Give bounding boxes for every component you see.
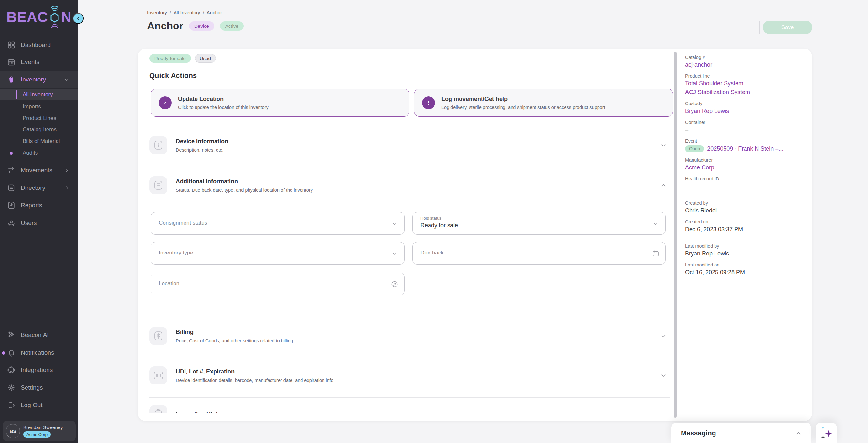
breadcrumb: Inventory/All Inventory/Anchor — [147, 10, 222, 15]
chevron-down-icon — [652, 220, 659, 228]
logo-text-left: BEAC — [6, 9, 48, 25]
detail-modified-on: Last modified on Oct 16, 2025 09:28 PM — [685, 262, 792, 276]
section-inspection-history[interactable]: Inspection History — [149, 405, 670, 413]
sidebar-item-settings[interactable]: Settings — [0, 381, 78, 395]
sidebar-item-inventory[interactable]: Inventory — [0, 71, 78, 88]
detail-created-by: Created by Chris Riedel — [685, 201, 792, 214]
sidebar-item-product-lines[interactable]: Product Lines — [0, 113, 78, 124]
hold-status-badge: Ready for sale — [149, 54, 191, 63]
compass-icon[interactable] — [391, 280, 399, 288]
sidebar-item-directory[interactable]: Directory — [0, 181, 78, 195]
location-input[interactable]: Location — [151, 273, 405, 295]
compass-icon — [159, 96, 172, 109]
detail-manufacturer: Manufacturer Acme Corp — [685, 157, 792, 171]
detail-event: Event Open 20250509 - Frank N Stein –... — [685, 139, 792, 152]
compass-needle-icon — [162, 99, 169, 107]
sidebar-subitem-label: Imports — [23, 104, 41, 110]
consignment-status-select[interactable]: Consignment status — [151, 212, 405, 235]
calendar-icon[interactable] — [652, 249, 659, 257]
dashboard-icon — [7, 41, 16, 49]
sidebar-item-label: Notifications — [21, 349, 54, 356]
sidebar-item-label: Movements — [21, 167, 52, 174]
breadcrumb-anchor[interactable]: Anchor — [207, 10, 222, 15]
sidebar-item-beacon-ai[interactable]: Beacon AI — [0, 328, 78, 342]
chevron-down-icon[interactable] — [660, 372, 667, 379]
detail-created-on: Created on Dec 6, 2023 03:37 PM — [685, 219, 792, 233]
sidebar-item-notifications[interactable]: Notifications — [0, 346, 78, 360]
breadcrumb-inventory[interactable]: Inventory — [147, 10, 167, 15]
sidebar-collapse-button[interactable] — [73, 13, 84, 24]
chevron-down-icon[interactable] — [660, 142, 667, 149]
sidebar-item-reports[interactable]: Reports — [0, 198, 78, 212]
ai-assistant-button[interactable] — [816, 423, 837, 443]
barcode-scan-icon — [153, 370, 164, 381]
event-link[interactable]: 20250509 - Frank N Stein –... — [707, 146, 783, 152]
detail-health-record: Health record ID – — [685, 176, 792, 190]
note-icon — [149, 176, 167, 194]
quick-actions-heading: Quick Actions — [149, 71, 197, 80]
custody-link[interactable]: Bryan Rep Lewis — [685, 108, 792, 115]
inventory-type-select[interactable]: Inventory type — [151, 242, 405, 265]
breadcrumb-all-inventory[interactable]: All Inventory — [174, 10, 200, 15]
puzzle-icon — [7, 366, 16, 374]
sidebar-item-label: Directory — [21, 184, 45, 191]
section-divider — [149, 397, 670, 398]
vertical-scrollbar[interactable] — [674, 52, 677, 418]
users-icon — [7, 219, 16, 227]
messaging-panel[interactable]: Messaging — [671, 423, 811, 443]
action-subtitle: Click to update the location of this inv… — [178, 105, 269, 110]
beacon-logo[interactable]: BEAC N — [6, 6, 71, 28]
update-location-action[interactable]: Update Location Click to update the loca… — [151, 89, 409, 117]
chevron-down-icon — [391, 249, 399, 257]
sidebar-item-dashboard[interactable]: Dashboard — [0, 38, 78, 52]
chevron-down-icon[interactable] — [660, 332, 667, 339]
sidebar-item-log-out[interactable]: Log Out — [0, 398, 78, 412]
product-line-link[interactable]: Total Shoulder System — [685, 80, 792, 87]
sidebar-item-integrations[interactable]: Integrations — [0, 363, 78, 377]
section-additional-information[interactable]: Additional Information Status, Due back … — [149, 176, 670, 194]
catalog-link[interactable]: acj-anchor — [685, 61, 792, 68]
event-open-badge: Open — [685, 145, 704, 152]
logout-icon — [7, 401, 16, 409]
sidebar-item-label: Settings — [21, 384, 43, 391]
chevron-down-icon — [391, 220, 399, 228]
sidebar-item-catalog-items[interactable]: Catalog Items — [0, 124, 78, 135]
due-back-date-input[interactable]: Due back — [412, 242, 666, 265]
barcode-scan-icon — [149, 366, 167, 384]
sidebar-item-events[interactable]: Events — [0, 55, 78, 69]
status-badge: Active — [220, 21, 244, 31]
section-title: Device Information — [176, 138, 228, 145]
sidebar-item-bills-of-material[interactable]: Bills of Material — [0, 136, 78, 147]
section-udi-lot-expiration[interactable]: UDI, Lot #, Expiration Device identifica… — [149, 366, 670, 384]
sidebar-item-label: Events — [21, 59, 39, 66]
sidebar-item-label: Users — [21, 219, 37, 227]
user-profile-card[interactable]: BS Brendan Sweeney Acme Corp — [3, 421, 75, 441]
section-billing[interactable]: Billing Price, Cost of Goods, and other … — [149, 327, 670, 345]
beacon-hexagon-icon — [48, 6, 61, 28]
sidebar-item-all-inventory[interactable]: All Inventory — [0, 89, 78, 100]
save-button[interactable]: Save — [763, 21, 812, 34]
sidebar-item-movements[interactable]: Movements — [0, 163, 78, 178]
product-line-link[interactable]: ACJ Stabilization System — [685, 89, 792, 96]
sidebar-item-users[interactable]: Users — [0, 216, 78, 230]
info-icon — [149, 136, 167, 154]
condition-badge: Used — [195, 54, 216, 63]
section-device-information[interactable]: Device Information Description, notes, e… — [149, 136, 670, 154]
details-divider — [685, 195, 791, 195]
manufacturer-link[interactable]: Acme Corp — [685, 164, 792, 171]
info-icon — [153, 140, 164, 151]
details-divider — [685, 238, 791, 238]
action-title: Update Location — [178, 96, 269, 102]
type-badge: Device — [189, 21, 214, 31]
chevron-up-icon[interactable] — [660, 182, 667, 189]
audits-notification-dot — [10, 152, 12, 154]
log-movement-action[interactable]: ! Log movement/Get help Log delivery, st… — [414, 89, 673, 117]
sidebar-item-imports[interactable]: Imports — [0, 101, 78, 112]
sidebar-item-label: Beacon AI — [21, 331, 49, 338]
hold-status-select[interactable]: Hold status Ready for sale — [412, 212, 666, 235]
sidebar-item-label: Inventory — [21, 76, 46, 83]
chevron-up-icon[interactable] — [795, 430, 802, 437]
user-name: Brendan Sweeney — [23, 424, 63, 430]
sidebar-item-audits[interactable]: Audits — [0, 147, 78, 158]
directory-document-icon — [7, 184, 16, 192]
